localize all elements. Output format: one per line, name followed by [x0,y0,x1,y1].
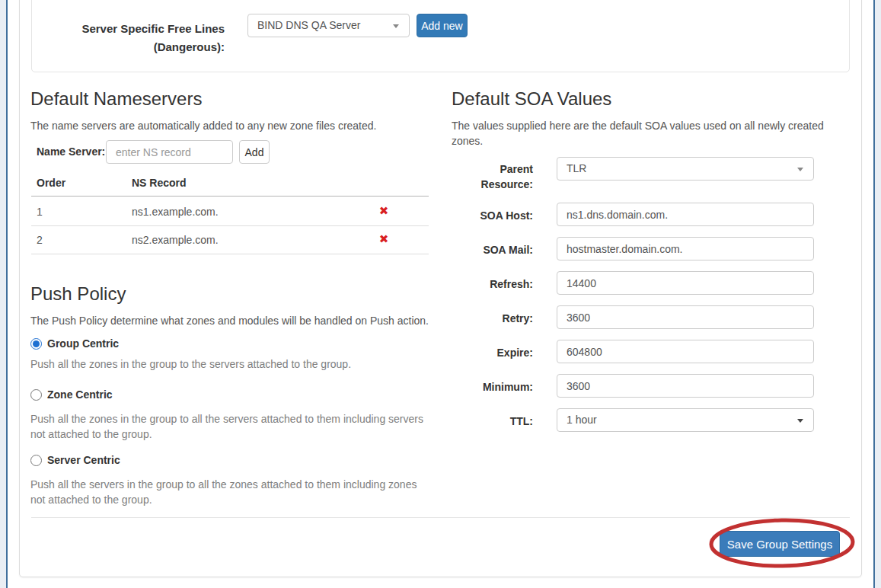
default-nameservers-title: Default Nameservers [30,88,202,110]
default-nameservers-subtitle: The name servers are automatically added… [30,118,376,133]
push-policy-title: Push Policy [30,283,126,305]
page-viewport: Server Specific Free Lines (Dangerous): … [0,0,881,588]
ttl-value: 1 hour [567,414,597,426]
soa-host-label: SOA Host: [442,208,533,223]
soa-mail-input[interactable] [557,237,814,260]
parent-resource-value: TLR [567,162,586,174]
minimum-input[interactable] [557,374,814,398]
retry-label: Retry: [442,311,533,326]
push-policy-subtitle: The Push Policy determine what zones and… [30,313,429,328]
server-select-dropdown[interactable]: BIND DNS QA Server [247,14,410,37]
ttl-label: TTL: [442,414,533,429]
frame-strip-left [0,0,6,588]
group-centric-radio[interactable] [30,338,42,350]
server-centric-radio[interactable] [30,455,42,466]
radio-option-zone-centric[interactable]: Zone Centric [30,387,113,402]
default-soa-subtitle: The values supplied here are the default… [452,118,832,149]
add-ns-button[interactable]: Add [239,140,270,164]
frame-strip-right [875,0,881,588]
ns-order-cell: 1 [37,206,43,218]
radio-option-server-centric[interactable]: Server Centric [30,452,120,468]
server-free-lines-label: Server Specific Free Lines (Dangerous): [65,20,225,56]
parent-resource-dropdown[interactable]: TLR [557,157,814,181]
zone-centric-description: Push all the zones in the group to all t… [30,411,423,442]
group-centric-description: Push all the zones in the group to the s… [30,356,351,372]
server-centric-description: Push all the servers in the group to all… [30,477,417,507]
name-server-label: Name Server: [37,145,105,158]
save-group-settings-button[interactable]: Save Group Settings [720,531,840,557]
refresh-input[interactable] [557,271,814,295]
parent-resource-label: Parent Resource: [442,161,533,192]
table-header-ns-record: NS Record [132,177,187,189]
refresh-label: Refresh: [442,276,533,292]
table-header-divider [31,196,429,197]
zone-centric-label[interactable]: Zone Centric [47,388,113,401]
chevron-down-icon [393,24,399,28]
ns-order-cell: 2 [37,234,43,246]
ns-record-cell: ns2.example.com. [132,234,219,246]
chevron-down-icon [797,168,803,171]
table-row-divider [31,225,429,226]
footer-divider [31,517,850,518]
ns-record-cell: ns1.example.com. [132,206,219,218]
soa-host-input[interactable] [557,203,814,226]
expire-label: Expire: [442,345,533,360]
server-select-value: BIND DNS QA Server [257,19,360,31]
ttl-dropdown[interactable]: 1 hour [557,408,814,432]
table-header-order: Order [37,177,65,189]
minimum-label: Minimum: [442,379,533,395]
radio-option-group-centric[interactable]: Group Centric [30,336,119,351]
delete-ns-icon[interactable]: ✖ [376,233,391,245]
frame-border-left [6,0,8,588]
soa-mail-label: SOA Mail: [442,242,533,257]
chevron-down-icon [797,419,803,423]
table-row-divider [31,254,429,254]
server-centric-label[interactable]: Server Centric [47,454,120,466]
delete-ns-icon[interactable]: ✖ [376,205,391,217]
group-centric-label[interactable]: Group Centric [47,337,119,350]
retry-input[interactable] [557,305,814,329]
zone-centric-radio[interactable] [30,389,42,401]
add-new-button[interactable]: Add new [417,14,468,37]
ns-record-input[interactable] [106,140,233,164]
default-soa-title: Default SOA Values [452,88,611,110]
expire-input[interactable] [557,340,814,363]
